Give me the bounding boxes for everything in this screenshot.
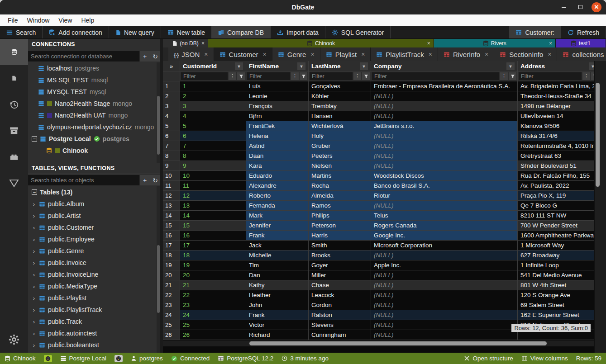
filter-input-company[interactable]	[372, 72, 499, 80]
cell-first[interactable]: Frank	[246, 310, 309, 320]
cell-id[interactable]: 17	[180, 241, 246, 251]
table-item-public-mediatype[interactable]: ›public.MediaType	[28, 280, 160, 292]
connection-item-nano2health-uat[interactable]: Nano2Health UATmongo	[28, 109, 160, 121]
filter-funnel-icon[interactable]	[509, 72, 516, 80]
chevron-right-icon[interactable]: ›	[32, 318, 36, 325]
cell-address[interactable]: Theodor-Heuss-Straße 34	[518, 91, 600, 101]
tables-group[interactable]: −Tables (13)	[28, 186, 160, 198]
cell-first[interactable]: Fernanda	[246, 201, 309, 211]
chevron-down-icon[interactable]: ▾	[297, 62, 305, 70]
close-icon[interactable]: ×	[485, 51, 488, 58]
cell-id[interactable]: 13	[180, 201, 246, 211]
cell-address[interactable]: Praça Pio X, 119	[518, 191, 600, 201]
cell-company[interactable]: Microsoft Corporation	[371, 241, 518, 251]
table-item-public-artist[interactable]: ›public.Artist	[28, 210, 160, 222]
cell-first[interactable]: François	[246, 101, 309, 111]
row-number[interactable]: 13	[163, 201, 180, 211]
cell-id[interactable]: 7	[180, 141, 246, 151]
tables-refresh-button[interactable]: ↻	[150, 175, 160, 185]
cell-last[interactable]: Gruber	[309, 141, 371, 151]
cell-id[interactable]: 1	[180, 81, 246, 91]
cell-address[interactable]: 162 E Superior Street	[518, 310, 600, 320]
cell-company[interactable]: Telus	[371, 211, 518, 221]
row-number[interactable]: 12	[163, 191, 180, 201]
close-icon[interactable]: ×	[310, 51, 314, 58]
cell-address[interactable]: 1600 Amphitheatre Parkway	[518, 231, 600, 241]
connection-item-olympus-medportal-vychozi-cz[interactable]: olympus-medportal.vychozi.czmongo	[28, 121, 160, 133]
filter-input-id[interactable]	[181, 72, 228, 80]
cell-company[interactable]: (NULL)	[371, 320, 518, 330]
close-icon[interactable]: ×	[201, 40, 205, 47]
close-button[interactable]: ✕	[592, 2, 601, 12]
chevron-right-icon[interactable]: ›	[32, 260, 36, 266]
cell-company[interactable]: Rogers Canada	[371, 221, 518, 231]
filter-input-address[interactable]	[519, 72, 582, 80]
cell-last[interactable]: Holý	[309, 131, 371, 141]
chevron-right-icon[interactable]: ›	[32, 271, 36, 278]
chevron-right-icon[interactable]: ›	[32, 330, 36, 337]
column-header-id[interactable]: CustomerId▾	[180, 61, 246, 71]
cell-first[interactable]: Tim	[246, 260, 309, 270]
cell-first[interactable]: Richard	[246, 330, 309, 340]
cell-address[interactable]: 8210 111 ST NW	[518, 211, 600, 221]
tab-playlist[interactable]: Playlist×	[320, 47, 371, 61]
table-item-public-genre[interactable]: ›public.Genre	[28, 245, 160, 257]
filter-input-first[interactable]	[247, 72, 290, 80]
filter-funnel-icon[interactable]	[237, 72, 245, 80]
grid-horizontal-scrollbar[interactable]	[163, 340, 594, 346]
cell-id[interactable]: 4	[180, 111, 246, 121]
row-number[interactable]: 24	[163, 310, 180, 320]
table-item-public-playlisttrack[interactable]: ›public.PlaylistTrack	[28, 304, 160, 316]
cell-id[interactable]: 19	[180, 260, 246, 270]
table-item-public-album[interactable]: ›public.Album	[28, 198, 160, 210]
kebab-menu-icon[interactable]: ⋮	[229, 72, 236, 80]
chevron-down-icon[interactable]: ▾	[506, 62, 515, 70]
cell-company[interactable]: Banco do Brasil S.A.	[371, 181, 518, 191]
cell-id[interactable]: 21	[180, 280, 246, 290]
row-number[interactable]: 7	[163, 141, 180, 151]
cell-id[interactable]: 20	[180, 270, 246, 280]
close-icon[interactable]: ×	[204, 51, 208, 58]
column-header-address[interactable]: Address▾	[518, 61, 600, 71]
filter-input-last[interactable]	[310, 72, 353, 80]
connection-item-postgre-local[interactable]: −Postgre Localpostgres	[28, 133, 160, 145]
toolbar-button-import-data[interactable]: Import data	[271, 26, 325, 38]
connections-refresh-button[interactable]: ↻	[150, 51, 160, 61]
toolbar-button-compare-db[interactable]: Compare DB	[212, 26, 271, 38]
close-icon[interactable]: ×	[549, 40, 552, 47]
tables-scrollbar[interactable]	[157, 186, 160, 353]
tab-json[interactable]: {-}JSON×	[168, 47, 214, 61]
row-number[interactable]: 9	[163, 161, 180, 171]
minimize-button[interactable]	[559, 2, 569, 12]
cell-address[interactable]: Av. Brigadeiro Faria Lima, 2170	[518, 81, 600, 91]
grid-corner-expand[interactable]: »	[163, 61, 180, 71]
cell-id[interactable]: 22	[180, 290, 246, 300]
cell-id[interactable]: 8	[180, 151, 246, 161]
cell-company[interactable]: (NULL)	[371, 251, 518, 260]
status-item-rows-59[interactable]: Rows: 59	[576, 355, 601, 362]
connections-add-button[interactable]: +	[139, 51, 150, 61]
status-item-open-structure[interactable]: Open structure	[464, 355, 513, 362]
collapse-icon[interactable]: −	[32, 189, 37, 195]
cell-company[interactable]: (NULL)	[371, 111, 518, 121]
cell-id[interactable]: 14	[180, 211, 246, 221]
cell-first[interactable]: Frank	[246, 231, 309, 241]
cell-first[interactable]: Leonie	[246, 91, 309, 101]
cell-company[interactable]: (NULL)	[371, 101, 518, 111]
cell-first[interactable]: Roberto	[246, 191, 309, 201]
cell-company[interactable]: JetBrains s.r.o.	[371, 121, 518, 131]
cell-first[interactable]: Luís	[246, 81, 309, 91]
cell-last[interactable]: Köhler	[309, 91, 371, 101]
cell-address[interactable]: 700 W Pender Street	[518, 221, 600, 231]
connection-color-badge[interactable]	[44, 355, 52, 362]
row-number[interactable]: 4	[163, 111, 180, 121]
chevron-right-icon[interactable]: ›	[32, 307, 36, 313]
connection-item-mysql-test[interactable]: MYSQL TESTmysql	[28, 86, 160, 98]
row-number[interactable]: 17	[163, 241, 180, 251]
row-number[interactable]: 11	[163, 181, 180, 191]
tab-sectioninfo[interactable]: SectionInfo×	[494, 47, 557, 61]
row-number[interactable]: 14	[163, 211, 180, 221]
cell-first[interactable]: Bjřrn	[246, 111, 309, 121]
chevron-down-icon[interactable]: ▾	[235, 62, 243, 70]
activity-item-filter-triangle[interactable]	[0, 170, 28, 196]
